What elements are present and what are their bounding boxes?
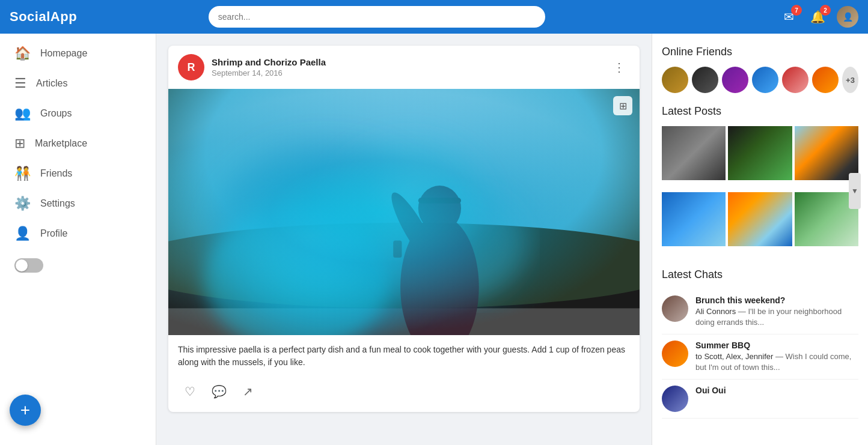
comment-button[interactable]: 💬 [207, 380, 231, 404]
posts-grid [662, 126, 858, 256]
sidebar-item-settings[interactable]: ⚙️ Settings [0, 189, 156, 219]
right-panel: Online Friends +3 Latest Posts [652, 34, 868, 445]
fab-plus-icon: + [20, 401, 30, 420]
more-vert-icon: ⋮ [613, 60, 625, 74]
user-avatar[interactable]: 👤 [837, 6, 858, 28]
online-friends-row: +3 [662, 67, 858, 93]
theme-toggle[interactable] [14, 258, 43, 273]
sidebar-item-profile[interactable]: 👤 Profile [0, 219, 156, 249]
friend-avatar-6[interactable] [812, 67, 839, 93]
chat-sender-1: Ali Connors [695, 307, 736, 316]
sidebar: 🏠 Homepage ☰ Articles 👥 Groups ⊞ Marketp… [0, 34, 156, 445]
sidebar-label-groups: Groups [40, 108, 72, 119]
grid-image-4 [662, 192, 726, 246]
friend-avatar-1[interactable] [662, 67, 688, 93]
chat-item-2[interactable]: Summer BBQ to Scott, Alex, Jennifer — Wi… [662, 335, 858, 380]
main-content: R Shrimp and Chorizo Paella September 14… [156, 34, 652, 445]
friend-avatar-5[interactable] [782, 67, 808, 93]
chat-item-1[interactable]: Brunch this weekend? Ali Connors — I'll … [662, 289, 858, 335]
like-button[interactable]: ♡ [178, 380, 202, 404]
fullscreen-icon[interactable]: ⊞ [613, 96, 632, 115]
post-header: R Shrimp and Chorizo Paella September 14… [168, 46, 640, 89]
chat-item-3[interactable]: Oui Oui [662, 380, 858, 419]
articles-icon: ☰ [14, 76, 26, 91]
messages-badge: 7 [791, 5, 802, 16]
search-input[interactable] [209, 6, 545, 28]
heart-icon: ♡ [185, 384, 195, 399]
toggle-thumb [16, 259, 28, 271]
messages-icon-wrap[interactable]: ✉ 7 [779, 7, 798, 26]
sidebar-label-settings: Settings [40, 198, 75, 209]
post-description: This impressive paella is a perfect part… [168, 335, 640, 375]
fab-button[interactable]: + [10, 395, 41, 426]
chat-avatar-2 [662, 341, 688, 367]
groups-icon: 👥 [14, 106, 31, 121]
chat-preview-2: to Scott, Alex, Jennifer — Wish I could … [695, 351, 858, 373]
sidebar-label-articles: Articles [36, 78, 67, 89]
post-user-avatar: R [178, 54, 204, 80]
share-button[interactable]: ↗ [236, 380, 260, 404]
post-menu-button[interactable]: ⋮ [608, 56, 630, 78]
chat-title-2: Summer BBQ [695, 341, 858, 350]
marketplace-icon: ⊞ [14, 136, 25, 151]
sidebar-label-marketplace: Marketplace [35, 138, 87, 149]
chat-avatar-3 [662, 386, 688, 412]
header-actions: ✉ 7 🔔 2 👤 [779, 6, 858, 28]
online-friends-title: Online Friends [662, 46, 858, 58]
sidebar-label-profile: Profile [40, 228, 67, 239]
notifications-icon-wrap[interactable]: 🔔 2 [808, 7, 827, 26]
grid-image-5 [728, 192, 792, 246]
sidebar-item-marketplace[interactable]: ⊞ Marketplace [0, 129, 156, 159]
post-date: September 14, 2016 [212, 68, 608, 77]
post-card: R Shrimp and Chorizo Paella September 14… [168, 46, 640, 412]
post-image-wrap: ⊞ [168, 89, 640, 335]
chat-content-1: Brunch this weekend? Ali Connors — I'll … [695, 295, 858, 328]
chat-content-3: Oui Oui [695, 386, 858, 395]
grid-image-2 [728, 126, 792, 180]
search-container [209, 6, 545, 28]
grid-post-5[interactable] [728, 192, 792, 256]
friend-avatar-3[interactable] [722, 67, 748, 93]
settings-icon: ⚙️ [14, 196, 31, 211]
chat-sender-2: to Scott, Alex, Jennifer [695, 352, 773, 361]
sidebar-label-friends: Friends [40, 168, 72, 179]
header: SocialApp ✉ 7 🔔 2 👤 [0, 0, 868, 34]
grid-image-3 [795, 126, 858, 180]
sidebar-item-friends[interactable]: 🧑‍🤝‍🧑 Friends [0, 159, 156, 189]
friends-more-button[interactable]: +3 [842, 67, 858, 93]
post-meta: Shrimp and Chorizo Paella September 14, … [212, 57, 608, 77]
chat-avatar-1 [662, 295, 688, 322]
post-title: Shrimp and Chorizo Paella [212, 57, 608, 67]
app-logo: SocialApp [10, 9, 77, 25]
share-icon: ↗ [243, 384, 253, 399]
friend-avatar-4[interactable] [752, 67, 778, 93]
grid-post-2[interactable] [728, 126, 792, 190]
notifications-badge: 2 [820, 5, 831, 16]
sidebar-item-groups[interactable]: 👥 Groups [0, 98, 156, 129]
smoke-overlay [168, 89, 640, 335]
chat-preview-1: Ali Connors — I'll be in your neighborho… [695, 306, 858, 328]
latest-chats-title: Latest Chats [662, 268, 858, 281]
grid-post-4[interactable] [662, 192, 726, 256]
sidebar-label-homepage: Homepage [40, 48, 87, 59]
friend-avatar-2[interactable] [692, 67, 718, 93]
grid-image-1 [662, 126, 726, 180]
chat-title-1: Brunch this weekend? [695, 295, 858, 305]
post-image [168, 89, 640, 335]
comment-icon: 💬 [212, 384, 227, 399]
grid-post-1[interactable] [662, 126, 726, 190]
grid-scroll-down-button[interactable]: ▼ [849, 173, 861, 209]
friends-icon: 🧑‍🤝‍🧑 [14, 166, 31, 181]
theme-toggle-container [0, 249, 156, 282]
profile-icon: 👤 [14, 226, 31, 241]
latest-posts-grid: ▼ [662, 126, 858, 256]
sidebar-item-articles[interactable]: ☰ Articles [0, 68, 156, 98]
sidebar-item-homepage[interactable]: 🏠 Homepage [0, 38, 156, 68]
chat-title-3: Oui Oui [695, 386, 858, 395]
chat-content-2: Summer BBQ to Scott, Alex, Jennifer — Wi… [695, 341, 858, 373]
post-actions: ♡ 💬 ↗ [168, 375, 640, 412]
home-icon: 🏠 [14, 46, 31, 61]
latest-posts-title: Latest Posts [662, 105, 858, 118]
